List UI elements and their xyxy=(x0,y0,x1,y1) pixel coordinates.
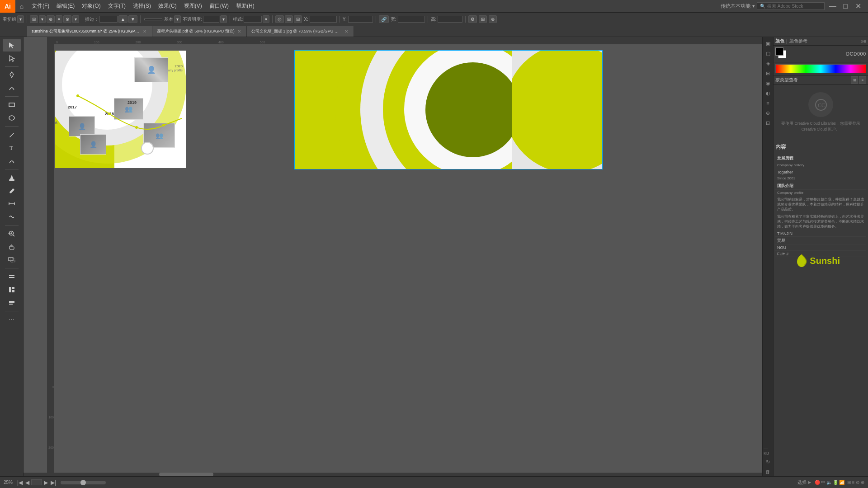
menu-text[interactable]: 文字(T) xyxy=(104,0,129,12)
curvature-tool[interactable] xyxy=(3,82,21,94)
zoom-tool[interactable] xyxy=(3,227,21,240)
ri-delete-btn[interactable]: 🗑 xyxy=(764,467,773,476)
close-button[interactable]: ✕ xyxy=(852,0,864,13)
template-tool[interactable] xyxy=(3,283,21,296)
tool-btn-2[interactable]: ▾ xyxy=(39,15,46,23)
color-panel-menu[interactable]: ≡ xyxy=(863,39,866,44)
minimize-button[interactable]: — xyxy=(826,0,839,13)
w-input[interactable]: 913.3 mm xyxy=(398,16,425,23)
menu-file[interactable]: 文件(F) xyxy=(28,0,53,12)
canvas-area[interactable]: 0 100 200 300 400 500 0 100 200 2020 xyxy=(24,37,762,476)
direct-select-tool[interactable] xyxy=(3,52,21,65)
style-input[interactable] xyxy=(244,16,262,23)
ri-color-btn[interactable]: ◉ xyxy=(764,79,773,88)
type-tool[interactable]: T xyxy=(3,141,21,154)
layers-icon[interactable] xyxy=(3,270,21,283)
more-btn[interactable]: ⊕ xyxy=(489,15,497,23)
arrange-btn[interactable]: ⊞ xyxy=(479,15,487,23)
ri-pattern-btn[interactable]: ⊞ xyxy=(764,69,773,78)
menu-select[interactable]: 选择(S) xyxy=(129,0,155,12)
insert-input[interactable] xyxy=(99,16,118,23)
view-label: 看切组 xyxy=(3,16,16,23)
tab-0[interactable]: sunshine 公司形象墙9100x3500mm.ai* @ 25% (RGB… xyxy=(27,26,152,37)
align-icon-btn[interactable]: ⊟ xyxy=(294,15,302,23)
ri-opacity-btn[interactable]: ◐ xyxy=(764,89,773,98)
insert-up[interactable]: ▲ xyxy=(118,15,127,23)
more-tools[interactable]: ··· xyxy=(3,313,21,326)
grid-view-btn[interactable]: ⊞ xyxy=(851,76,858,84)
eyedropper-tool[interactable] xyxy=(3,184,21,197)
grid-icon-btn[interactable]: ⊞ xyxy=(285,15,293,23)
right-panel: 颜色 | 颜色参考 » ≡ DCD000 xyxy=(773,37,868,476)
link-btn[interactable]: 🔗 xyxy=(379,15,389,23)
arc-tool[interactable] xyxy=(3,155,21,167)
h-scrollbar-thumb[interactable] xyxy=(159,473,213,476)
tab-0-close[interactable]: ✕ xyxy=(142,29,147,34)
ri-stroke-btn[interactable]: ▢ xyxy=(764,49,773,58)
last-page-btn[interactable]: ▶| xyxy=(50,479,57,486)
circle-icon-btn[interactable]: ◎ xyxy=(275,15,284,23)
tool-btn-1[interactable]: ⊞ xyxy=(30,15,38,23)
page-input[interactable]: 1 xyxy=(31,479,42,485)
ellipse-tool[interactable] xyxy=(3,112,21,124)
tab-1[interactable]: 课程片头模板.pdf @ 50% (RGB/GPU 预览) ✕ xyxy=(152,26,247,37)
opacity-input[interactable]: 100% xyxy=(203,16,219,23)
color-spectrum[interactable] xyxy=(775,64,866,73)
tool-btn-5[interactable]: ⊗ xyxy=(63,15,71,23)
fill-tool[interactable] xyxy=(3,171,21,184)
menu-window[interactable]: 窗口(W) xyxy=(206,0,232,12)
opacity-expand[interactable]: ▾ xyxy=(220,15,227,23)
tool-btn-3[interactable]: ⊕ xyxy=(47,15,55,23)
tab-2-close[interactable]: ✕ xyxy=(344,29,349,34)
ri-artboard-btn[interactable]: ⊟ xyxy=(764,118,773,127)
home-icon[interactable]: ⌂ xyxy=(15,0,28,13)
y-input[interactable]: 175.001 xyxy=(348,16,373,23)
tool-btn-4[interactable]: ▾ xyxy=(56,15,62,23)
menu-view[interactable]: 视图(V) xyxy=(180,0,206,12)
view-button[interactable]: ▾ xyxy=(17,15,24,23)
pen-tool[interactable] xyxy=(3,69,21,81)
hand-tool[interactable] xyxy=(3,240,21,253)
ri-gradient-btn[interactable]: ◈ xyxy=(764,59,773,68)
insert-down[interactable]: ▼ xyxy=(128,15,137,23)
x-input[interactable]: 456.65 mm xyxy=(310,16,337,23)
menu-edit[interactable]: 编辑(E) xyxy=(53,0,78,12)
measure-tool[interactable] xyxy=(3,197,21,210)
progress-bar[interactable] xyxy=(61,481,106,484)
menu-help[interactable]: 帮助(H) xyxy=(232,0,258,12)
svg-rect-14 xyxy=(9,275,14,276)
insert-group: 插边： ▲ ▼ xyxy=(85,15,141,23)
progress-thumb[interactable] xyxy=(80,480,86,485)
library-tool[interactable] xyxy=(3,296,21,309)
tab-2[interactable]: 公司文化墙_面板 1.jpg @ 70.59% (RGB/GPU 预览) ✕ xyxy=(247,26,354,37)
first-page-btn[interactable]: |◀ xyxy=(16,479,24,486)
ri-align-btn[interactable]: ≡ xyxy=(764,99,773,108)
pencil-tool[interactable] xyxy=(3,128,21,141)
search-input[interactable] xyxy=(767,4,821,9)
select-tool[interactable] xyxy=(3,39,21,52)
ri-fill-btn[interactable]: ▣ xyxy=(764,39,773,48)
maximize-button[interactable]: □ xyxy=(839,0,852,13)
prev-page-btn[interactable]: ◀ xyxy=(24,479,30,486)
svg-point-2 xyxy=(9,116,14,120)
h-scrollbar[interactable] xyxy=(24,473,762,476)
menu-object[interactable]: 对象(O) xyxy=(78,0,104,12)
stroke-select[interactable]: ▾ xyxy=(174,15,181,23)
status-expand[interactable]: ▶ xyxy=(808,480,811,484)
next-page-btn[interactable]: ▶ xyxy=(43,479,49,486)
stroke-box[interactable] xyxy=(775,47,783,56)
rect-tool[interactable] xyxy=(3,99,21,111)
transform-btn[interactable]: ⚙ xyxy=(468,15,477,23)
cc-library-area: CC 要使用 Creative Cloud Libraries，您需要登录 Cr… xyxy=(774,85,868,140)
ri-refresh-btn[interactable]: ↻ xyxy=(764,457,773,466)
list-view-btn[interactable]: ≡ xyxy=(859,76,866,84)
artboard-tool[interactable] xyxy=(3,253,21,266)
tool-btn-6[interactable]: ▾ xyxy=(72,15,79,23)
style-expand[interactable]: ▾ xyxy=(263,15,269,23)
warp-tool[interactable] xyxy=(3,211,21,223)
ri-link-btn[interactable]: ⊕ xyxy=(764,108,773,117)
menu-effects[interactable]: 效果(C) xyxy=(155,0,180,12)
artboard-right[interactable] xyxy=(295,51,602,169)
tab-1-close[interactable]: ✕ xyxy=(236,29,242,34)
h-input[interactable]: 350.001 xyxy=(438,16,462,23)
